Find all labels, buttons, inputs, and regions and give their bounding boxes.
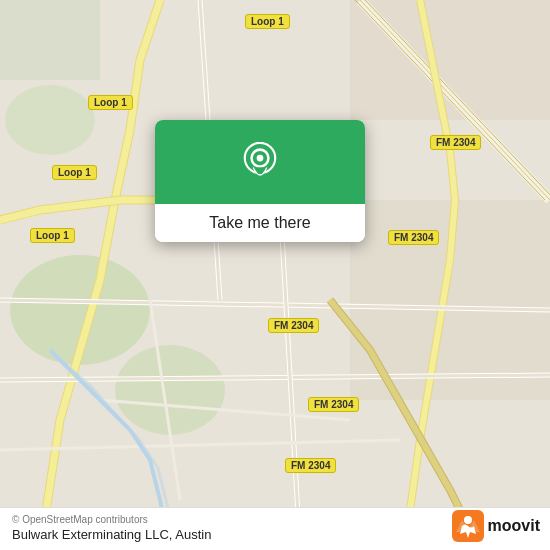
svg-point-30 xyxy=(464,516,472,524)
moovit-icon xyxy=(452,510,484,542)
svg-point-4 xyxy=(5,85,95,155)
road-label-fm2304-1: FM 2304 xyxy=(430,135,481,150)
road-label-fm2304-3: FM 2304 xyxy=(268,318,319,333)
location-pin-icon xyxy=(238,142,282,186)
road-label-fm2304-5: FM 2304 xyxy=(285,458,336,473)
road-label-fm2304-4: FM 2304 xyxy=(308,397,359,412)
popup-green-area xyxy=(155,120,365,204)
popup-card: Take me there xyxy=(155,120,365,242)
road-label-fm2304-2: FM 2304 xyxy=(388,230,439,245)
map-roads xyxy=(0,0,550,550)
road-label-loop1-3: Loop 1 xyxy=(30,228,75,243)
svg-rect-3 xyxy=(0,0,100,80)
road-label-loop1-1: Loop 1 xyxy=(88,95,133,110)
road-label-loop1-2: Loop 1 xyxy=(52,165,97,180)
moovit-logo: moovit xyxy=(452,510,540,542)
take-me-there-button[interactable]: Take me there xyxy=(155,204,365,242)
svg-point-2 xyxy=(115,345,225,435)
road-label-loop1-top: Loop 1 xyxy=(245,14,290,29)
map-container: Loop 1 Loop 1 Loop 1 Loop 1 FM 2304 FM 2… xyxy=(0,0,550,550)
moovit-text: moovit xyxy=(488,517,540,535)
svg-point-26 xyxy=(257,155,264,162)
